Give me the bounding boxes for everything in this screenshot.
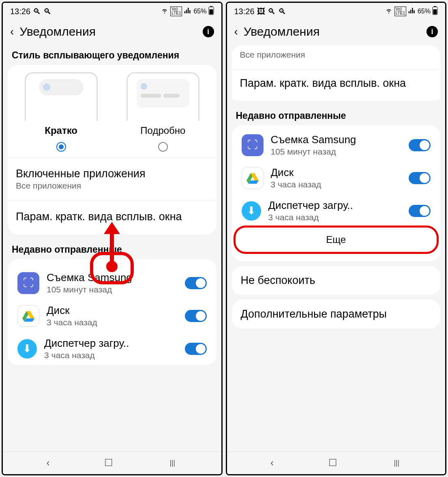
phone-left: 13:26 🔍︎ 🔍︎ Vo)LTE1 65% ‹ Уведомления i … xyxy=(2,2,223,475)
info-icon[interactable]: i xyxy=(427,26,438,37)
toggle-download[interactable] xyxy=(185,343,207,355)
battery-icon xyxy=(208,6,214,17)
brief-params-row[interactable]: Парам. кратк. вида всплыв. окна xyxy=(238,70,434,97)
nav-home[interactable]: ☐ xyxy=(104,457,113,468)
search-icon-2: 🔍︎ xyxy=(278,7,286,16)
more-highlight-annotation: Еще xyxy=(234,226,439,254)
included-card-peek: Все приложения Парам. кратк. вида всплыв… xyxy=(232,45,441,97)
app-row-download[interactable]: ⬇ Диспетчер загру.. 3 часа назад xyxy=(14,332,210,365)
info-icon[interactable]: i xyxy=(203,26,214,37)
all-apps-sub: Все приложения xyxy=(238,50,434,64)
app-row-samsung[interactable]: ⛶ Съемка Samsung 105 минут назад xyxy=(14,266,210,299)
more-button[interactable]: Еще xyxy=(236,228,437,252)
app-row-samsung[interactable]: ⛶ Съемка Samsung 105 минут назад xyxy=(238,129,434,161)
app-icon-samsung: ⛶ xyxy=(17,272,39,294)
style-label-detail: Подробно xyxy=(140,125,185,136)
svg-rect-11 xyxy=(434,6,436,7)
toggle-drive[interactable] xyxy=(409,172,431,184)
search-icon-2: 🔍︎ xyxy=(43,7,51,16)
gallery-icon: 🖼︎ xyxy=(257,7,265,16)
radio-brief[interactable] xyxy=(56,142,66,152)
section-popup-style: Стиль всплывающего уведомления xyxy=(8,45,216,65)
app-row-drive[interactable]: Диск 3 часа назад xyxy=(238,161,434,194)
toggle-drive[interactable] xyxy=(185,310,207,322)
app-icon-download: ⬇ xyxy=(17,339,37,359)
signal-icon xyxy=(408,6,416,16)
status-time: 13:26 xyxy=(10,7,30,16)
included-apps-row[interactable]: Включенные приложения Все приложения xyxy=(14,163,210,195)
back-button[interactable]: ‹ xyxy=(234,25,238,38)
toggle-samsung[interactable] xyxy=(185,277,207,289)
search-icon-1: 🔍︎ xyxy=(268,7,276,16)
status-bar: 13:26 🖼︎ 🔍︎ 🔍︎ Vo)LTE1 65% xyxy=(227,3,446,18)
signal-icon xyxy=(184,6,192,16)
volte-icon: Vo)LTE1 xyxy=(394,6,406,16)
wifi-icon xyxy=(161,6,169,16)
status-bar: 13:26 🔍︎ 🔍︎ Vo)LTE1 65% xyxy=(3,3,221,18)
app-row-download[interactable]: ⬇ Диспетчер загру.. 3 часа назад xyxy=(238,194,434,227)
svg-rect-12 xyxy=(433,9,437,14)
radio-detail[interactable] xyxy=(158,142,168,152)
volte-icon: Vo)LTE1 xyxy=(170,6,182,16)
brief-params-row[interactable]: Парам. кратк. вида всплыв. окна xyxy=(14,206,210,227)
battery-text: 65% xyxy=(193,8,206,15)
wifi-icon xyxy=(385,6,393,16)
battery-icon xyxy=(432,6,438,17)
recent-apps-card: ⛶ Съемка Samsung 105 минут назад Диск 3 … xyxy=(8,259,216,365)
section-recent: Недавно отправленные xyxy=(232,105,441,125)
search-icon-1: 🔍︎ xyxy=(33,7,41,16)
page-title: Уведомления xyxy=(244,25,427,39)
popup-style-card: Кратко Подробно Включенные приложения Вс… xyxy=(8,65,216,234)
nav-back[interactable]: ‹ xyxy=(46,457,49,468)
nav-bar: ‹ ☐ ⫼ xyxy=(227,451,446,474)
nav-bar: ‹ ☐ ⫼ xyxy=(3,451,221,474)
svg-rect-1 xyxy=(210,6,212,7)
app-icon-drive xyxy=(242,167,264,189)
back-button[interactable]: ‹ xyxy=(10,25,14,38)
nav-recent[interactable]: ⫼ xyxy=(168,457,178,468)
style-option-brief[interactable]: Кратко xyxy=(14,72,108,152)
battery-text: 65% xyxy=(418,8,431,15)
style-label-brief: Кратко xyxy=(45,125,77,136)
app-icon-drive xyxy=(17,305,39,327)
nav-back[interactable]: ‹ xyxy=(270,457,274,468)
toggle-samsung[interactable] xyxy=(409,139,431,151)
section-recent: Недавно отправленные xyxy=(8,239,216,259)
advanced-card[interactable]: Дополнительные параметры xyxy=(232,300,441,329)
dnd-card[interactable]: Не беспокоить xyxy=(232,266,441,295)
recent-apps-card: ⛶ Съемка Samsung 105 минут назад Диск 3 … xyxy=(232,125,441,261)
header: ‹ Уведомления i xyxy=(3,18,221,45)
app-icon-samsung: ⛶ xyxy=(242,134,264,156)
toggle-download[interactable] xyxy=(409,205,431,217)
app-icon-download: ⬇ xyxy=(242,201,261,221)
status-time: 13:26 xyxy=(234,7,255,16)
page-title: Уведомления xyxy=(19,25,202,39)
app-row-drive[interactable]: Диск 3 часа назад xyxy=(14,299,210,332)
nav-home[interactable]: ☐ xyxy=(328,457,337,468)
nav-recent[interactable]: ⫼ xyxy=(392,457,402,468)
svg-rect-2 xyxy=(209,9,213,14)
header: ‹ Уведомления i xyxy=(227,18,446,45)
style-option-detail[interactable]: Подробно xyxy=(116,72,210,152)
phone-right: 13:26 🖼︎ 🔍︎ 🔍︎ Vo)LTE1 65% ‹ Уведомления… xyxy=(226,2,447,475)
